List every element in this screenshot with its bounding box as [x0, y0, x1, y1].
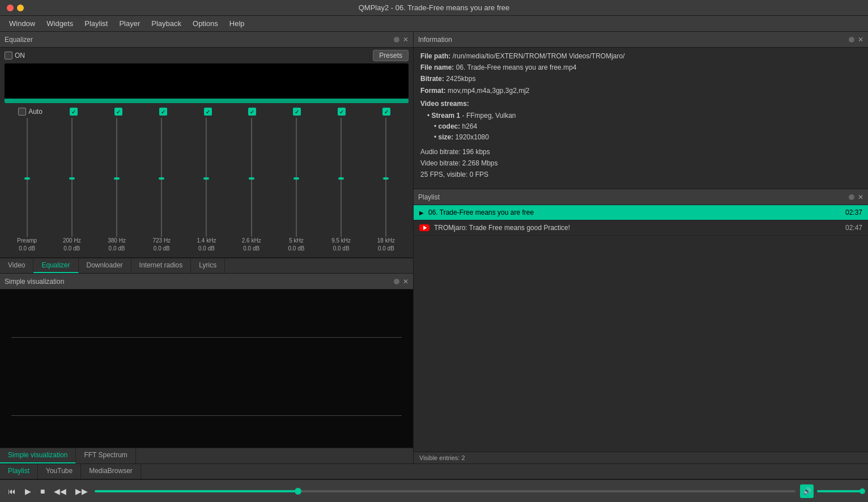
eq-thumb-preamp — [24, 177, 30, 180]
volume-icon[interactable]: 🔊 — [800, 484, 814, 498]
eq-check-2600[interactable] — [248, 108, 256, 116]
on-label: ON — [15, 52, 25, 59]
menu-widgets[interactable]: Widgets — [42, 18, 78, 29]
eq-col-380[interactable] — [94, 118, 139, 237]
viz-tab-fft-spectrum[interactable]: FFT Spectrum — [76, 448, 135, 463]
viz-close[interactable]: ✕ — [403, 278, 409, 286]
minimize-button[interactable] — [17, 5, 24, 11]
eq-col-2600[interactable] — [229, 118, 274, 237]
playlist-item-duration: 02:37 — [845, 209, 862, 216]
eq-display — [5, 63, 409, 103]
info-stream1: • Stream 1 - FFmpeg, Vulkan — [427, 110, 861, 121]
left-tab-lyrics[interactable]: Lyrics — [191, 258, 225, 273]
eq-thumb-9500 — [338, 177, 344, 180]
on-toggle[interactable]: ON — [5, 52, 25, 59]
eq-col-200[interactable] — [49, 118, 94, 237]
info-bitrate-value: 2425kbps — [446, 75, 475, 83]
left-tab-equalizer[interactable]: Equalizer — [33, 258, 78, 273]
left-tab-downloader[interactable]: Downloader — [79, 258, 131, 273]
bottom-tab-mediabrowser[interactable]: MediaBrowser — [81, 464, 141, 479]
eq-track-380[interactable] — [116, 118, 117, 237]
info-codec-value: h264 — [462, 122, 478, 130]
eq-track-18000[interactable] — [385, 118, 386, 237]
menu-playback[interactable]: Playback — [147, 18, 186, 29]
stop-button[interactable]: ■ — [38, 484, 47, 498]
eq-check-18000[interactable] — [382, 108, 390, 116]
close-button[interactable] — [7, 5, 14, 11]
eq-check-5000[interactable] — [293, 108, 301, 116]
eq-track-5000[interactable] — [296, 118, 297, 237]
bottom-tab-playlist[interactable]: Playlist — [0, 464, 38, 479]
menu-playlist[interactable]: Playlist — [80, 18, 112, 29]
info-size: • size: 1920x1080 — [434, 132, 861, 143]
playlist-dot[interactable] — [849, 194, 854, 200]
eq-track-preamp[interactable] — [27, 118, 28, 237]
eq-sliders-area: Auto — [0, 105, 413, 257]
eq-col-18000[interactable] — [364, 118, 409, 237]
eq-label: Preamp0.0 dB — [5, 237, 49, 253]
eq-check-723[interactable] — [159, 108, 167, 116]
info-stream1-name: Stream 1 — [432, 112, 461, 120]
info-header: Information ✕ — [414, 32, 868, 48]
info-dot[interactable] — [849, 37, 854, 42]
info-content: File path: /run/media/tio/EXTERN/TROM/TR… — [414, 48, 868, 184]
eq-col-723[interactable] — [139, 118, 184, 237]
eq-label: 380 Hz0.0 dB — [94, 237, 139, 253]
eq-check-380[interactable] — [114, 108, 122, 116]
eq-track-723[interactable] — [161, 118, 162, 237]
volume-thumb[interactable] — [860, 488, 865, 494]
info-size-value: 1920x1080 — [456, 133, 489, 141]
viz-header: Simple visualization ✕ — [0, 274, 413, 290]
playlist-item-name: TROMjaro: Trade Free means good Practice… — [434, 224, 845, 232]
eq-col-preamp[interactable] — [5, 118, 49, 237]
left-tab-video[interactable]: Video — [0, 258, 33, 273]
play-button[interactable]: ▶ — [23, 484, 33, 498]
presets-button[interactable]: Presets — [373, 50, 409, 61]
viz-tab-simple-visualization[interactable]: Simple visualization — [0, 448, 76, 463]
playlist-item[interactable]: ▶06. Trade-Free means you are free02:37 — [414, 205, 868, 220]
menu-player[interactable]: Player — [114, 18, 144, 29]
eq-track-200[interactable] — [71, 118, 73, 237]
info-audio-bitrate: Audio bitrate: 196 kbps — [420, 147, 861, 158]
auto-check[interactable] — [18, 108, 26, 116]
next-track-button[interactable]: ▶▶ — [73, 484, 90, 498]
volume-fill — [817, 490, 862, 492]
equalizer-title: Equalizer — [5, 36, 33, 44]
info-close[interactable]: ✕ — [858, 36, 863, 44]
equalizer-close[interactable]: ✕ — [403, 36, 409, 44]
playlist-item-duration: 02:47 — [845, 224, 862, 232]
left-tab-internet-radios[interactable]: Internet radios — [131, 258, 192, 273]
prev-track-button[interactable]: ◀◀ — [52, 484, 69, 498]
eq-thumb-723 — [159, 177, 164, 180]
info-filepath: File path: /run/media/tio/EXTERN/TROM/TR… — [420, 51, 861, 62]
menu-help[interactable]: Help — [225, 18, 249, 29]
bottom-tab-youtube[interactable]: YouTube — [38, 464, 81, 479]
volume-slider[interactable] — [817, 490, 862, 492]
info-filename-value: 06. Trade-Free means you are free.mp4 — [456, 63, 577, 71]
menu-options[interactable]: Options — [188, 18, 223, 29]
eq-col-9500[interactable] — [319, 118, 364, 237]
eq-track-9500[interactable] — [341, 118, 342, 237]
eq-check-200[interactable] — [70, 108, 78, 116]
prev-button[interactable]: ⏮ — [6, 484, 18, 498]
eq-check-9500[interactable] — [338, 108, 346, 116]
eq-check-1400[interactable] — [204, 108, 212, 116]
progress-bar[interactable] — [95, 490, 795, 492]
viz-tabs: Simple visualizationFFT Spectrum — [0, 448, 413, 463]
on-checkbox[interactable] — [5, 52, 12, 59]
eq-thumb-5000 — [293, 177, 299, 180]
playlist-close[interactable]: ✕ — [858, 193, 863, 201]
progress-thumb[interactable] — [295, 488, 301, 495]
eq-col-5000[interactable] — [274, 118, 318, 237]
playlist-item[interactable]: TROMjaro: Trade Free means good Practice… — [414, 220, 868, 236]
viz-dot[interactable] — [394, 279, 399, 284]
eq-thumb-2600 — [249, 177, 254, 180]
menu-window[interactable]: Window — [5, 18, 40, 29]
equalizer-dot[interactable] — [394, 37, 399, 42]
right-panel: Information ✕ File path: /run/media/tio/… — [414, 32, 868, 463]
eq-col-1400[interactable] — [184, 118, 229, 237]
info-controls: ✕ — [849, 36, 863, 44]
eq-track-2600[interactable] — [251, 118, 252, 237]
transport-bar: ⏮ ▶ ■ ◀◀ ▶▶ 🔊 — [0, 479, 868, 502]
eq-track-1400[interactable] — [206, 118, 207, 237]
